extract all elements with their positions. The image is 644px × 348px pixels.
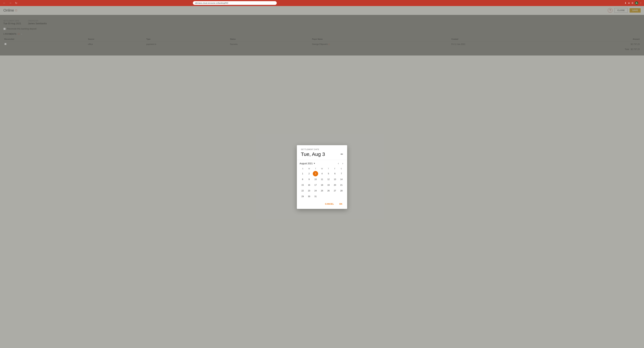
dp-day-29[interactable]: 29 — [300, 194, 305, 199]
dp-weekdays: S M T W T F S — [300, 167, 344, 170]
dp-day-23[interactable]: 23 — [306, 188, 312, 193]
dp-ok-button[interactable]: OK — [337, 202, 344, 206]
dp-actions: CANCEL OK — [297, 201, 347, 206]
dp-day-27[interactable]: 27 — [332, 188, 338, 193]
reload-button[interactable]: ↻ — [14, 1, 18, 5]
dp-prev-month[interactable]: ‹ — [336, 161, 340, 166]
url-text: sttrinians.cloud.oncourse.cc/banking/943 — [195, 2, 228, 4]
dp-weekday-s: S — [300, 167, 306, 170]
dp-date-text: Tue, Aug 3 — [301, 151, 325, 157]
dp-day-empty-4 — [339, 194, 344, 199]
dp-day-2[interactable]: 2 — [306, 171, 312, 176]
dp-weekday-sa: S — [338, 167, 344, 170]
profile-icon[interactable]: JL — [635, 1, 638, 5]
dp-weekday-w: W — [319, 167, 325, 170]
dp-day-28[interactable]: 28 — [339, 188, 344, 193]
download-icon[interactable]: ⬇ — [624, 2, 626, 4]
dp-day-7[interactable]: 7 — [339, 171, 344, 176]
date-picker-dialog: SETTLEMENT DATE Tue, Aug 3 ✏ August 2021… — [297, 145, 347, 209]
dp-day-20[interactable]: 20 — [332, 182, 338, 188]
dp-day-3[interactable]: 3 — [313, 171, 318, 176]
dp-edit-icon[interactable]: ✏ — [340, 152, 343, 156]
extension-icon[interactable]: ⚙ — [632, 2, 634, 4]
dp-day-12[interactable]: 12 — [326, 177, 331, 182]
dp-day-13[interactable]: 13 — [332, 177, 338, 182]
calendar-overlay: SETTLEMENT DATE Tue, Aug 3 ✏ August 2021… — [0, 6, 644, 348]
app-container: Online ☐ ? CLOSE SAVE Settlement Date Tu… — [0, 6, 644, 348]
dp-month-nav: August 2021 ▼ ‹ › — [300, 161, 344, 166]
dp-weekday-t: T — [312, 167, 319, 170]
dp-month-text: August 2021 — [300, 162, 313, 165]
dp-day-17[interactable]: 17 — [313, 182, 318, 188]
dp-days: 1 2 3 4 5 6 7 8 9 10 11 12 13 14 15 16 1 — [300, 171, 344, 199]
dp-dropdown-arrow: ▼ — [314, 162, 316, 165]
dp-nav-buttons: ‹ › — [336, 161, 344, 166]
dp-day-1[interactable]: 1 — [300, 171, 305, 176]
dp-day-8[interactable]: 8 — [300, 177, 305, 182]
dp-day-4[interactable]: 4 — [319, 171, 325, 176]
dp-day-5[interactable]: 5 — [326, 171, 331, 176]
back-button[interactable]: ← — [2, 1, 7, 5]
dp-day-25[interactable]: 25 — [319, 188, 325, 193]
dp-selected-date: Tue, Aug 3 ✏ — [301, 151, 343, 157]
dp-day-14[interactable]: 14 — [339, 177, 344, 182]
dp-label: SETTLEMENT DATE — [301, 149, 343, 150]
dp-day-10[interactable]: 10 — [313, 177, 318, 182]
dp-weekday-th: T — [325, 167, 332, 170]
dp-day-11[interactable]: 11 — [319, 177, 325, 182]
dp-day-19[interactable]: 19 — [326, 182, 331, 188]
bookmark-icon[interactable]: ★ — [628, 2, 630, 4]
dp-day-9[interactable]: 9 — [306, 177, 312, 182]
menu-icon[interactable]: ⋮ — [640, 2, 642, 4]
dp-day-22[interactable]: 22 — [300, 188, 305, 193]
dp-weekday-f: F — [332, 167, 338, 170]
dp-day-26[interactable]: 26 — [326, 188, 331, 193]
dp-day-21[interactable]: 21 — [339, 182, 344, 188]
url-bar[interactable]: sttrinians.cloud.oncourse.cc/banking/943 — [193, 1, 277, 5]
browser-icons: ⬇ ★ ⚙ JL ⋮ — [624, 1, 642, 5]
dp-next-month[interactable]: › — [341, 161, 344, 166]
dp-day-empty-3 — [332, 194, 338, 199]
dp-day-empty-1 — [319, 194, 325, 199]
dp-weekday-m: M — [306, 167, 312, 170]
dp-day-30[interactable]: 30 — [306, 194, 312, 199]
dp-day-16[interactable]: 16 — [306, 182, 312, 188]
dp-day-15[interactable]: 15 — [300, 182, 305, 188]
dp-day-empty-2 — [326, 194, 331, 199]
dp-calendar: August 2021 ▼ ‹ › S M T W T F S — [297, 160, 347, 201]
dp-day-18[interactable]: 18 — [319, 182, 325, 188]
forward-button[interactable]: → — [8, 1, 13, 5]
dp-day-24[interactable]: 24 — [313, 188, 318, 193]
dp-month-label[interactable]: August 2021 ▼ — [300, 162, 316, 165]
browser-chrome: ← → ↻ sttrinians.cloud.oncourse.cc/banki… — [0, 0, 644, 6]
dp-day-6[interactable]: 6 — [332, 171, 338, 176]
dp-day-31[interactable]: 31 — [313, 194, 318, 199]
dp-cancel-button[interactable]: CANCEL — [323, 202, 336, 206]
dp-header: SETTLEMENT DATE Tue, Aug 3 ✏ — [297, 145, 347, 160]
